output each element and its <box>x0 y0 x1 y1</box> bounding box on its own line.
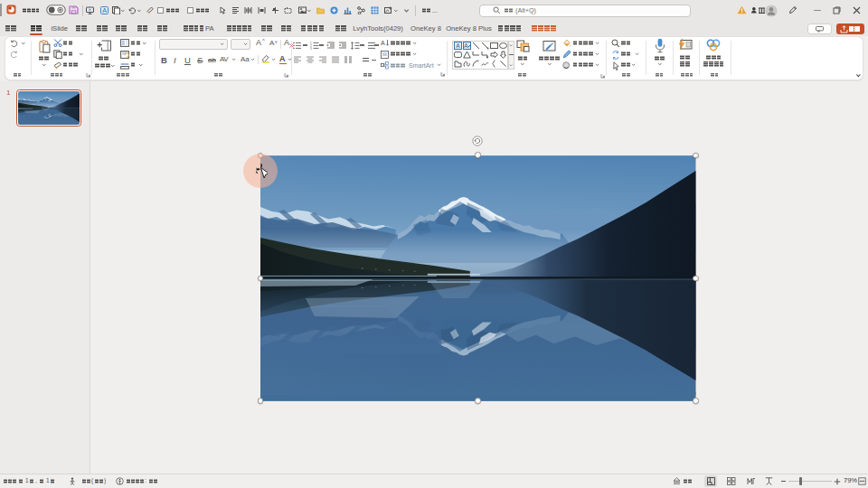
svg-text:3: 3 <box>310 47 312 50</box>
svg-text:A: A <box>102 7 107 14</box>
svg-text:A: A <box>381 40 385 46</box>
svg-text:A: A <box>456 42 460 49</box>
svg-text:A: A <box>464 42 468 49</box>
